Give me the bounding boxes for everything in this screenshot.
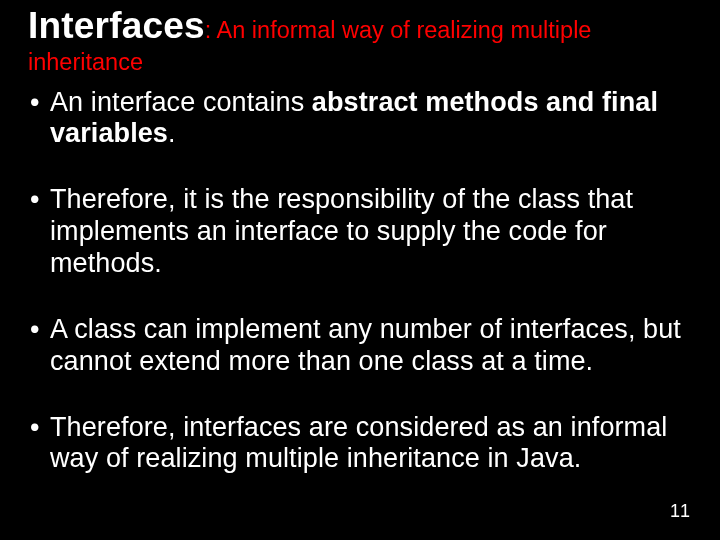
bullet-text: Therefore, it is the responsibility of t… xyxy=(50,184,633,278)
bullet-text: Therefore, interfaces are considered as … xyxy=(50,412,667,474)
bullet-list: An interface contains abstract methods a… xyxy=(28,87,692,476)
bullet-text: . xyxy=(168,118,176,148)
page-number: 11 xyxy=(670,501,690,522)
list-item: Therefore, interfaces are considered as … xyxy=(28,412,692,476)
title-separator: : xyxy=(205,17,217,43)
slide-title: Interfaces: An informal way of realizing… xyxy=(28,4,692,77)
list-item: Therefore, it is the responsibility of t… xyxy=(28,184,692,280)
slide: Interfaces: An informal way of realizing… xyxy=(0,0,720,540)
list-item: An interface contains abstract methods a… xyxy=(28,87,692,151)
bullet-text: An interface contains xyxy=(50,87,312,117)
title-main: Interfaces xyxy=(28,5,205,46)
bullet-text: A class can implement any number of inte… xyxy=(50,314,681,376)
list-item: A class can implement any number of inte… xyxy=(28,314,692,378)
